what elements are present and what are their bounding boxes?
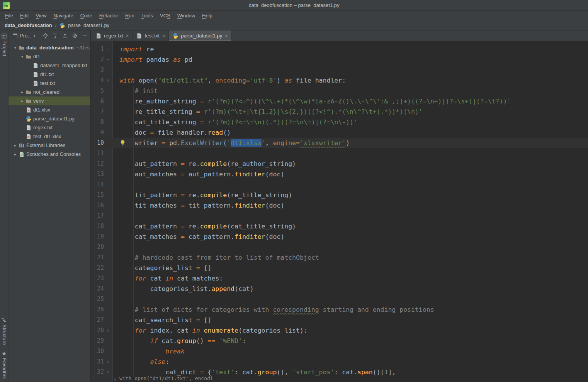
line-number[interactable]: 3 — [91, 65, 104, 75]
code-line-28[interactable]: 28∨ for index, cat in enumerate(categori… — [91, 325, 588, 336]
hide-panel-button[interactable] — [82, 33, 87, 39]
code-line-10[interactable]: 10 writer = pd.ExcelWriter('dt1.xlsx', e… — [91, 138, 588, 148]
collapse-all-button[interactable] — [62, 33, 68, 39]
line-number[interactable]: 31 — [91, 357, 104, 367]
code-text[interactable]: break — [112, 346, 588, 357]
tree-item-dataset1-mapped-txt[interactable]: dataset1_mapped.txt — [8, 61, 90, 70]
menu-item-tools[interactable]: Tools — [138, 12, 156, 20]
code-line-9[interactable]: 9 doc = file_handler.read() — [91, 127, 588, 138]
line-number[interactable]: 30 — [91, 346, 104, 357]
code-line-20[interactable]: 20 — [91, 242, 588, 252]
tool-button-favorites[interactable]: Favorites — [2, 348, 7, 382]
menu-item-refactor[interactable]: Refactor — [96, 12, 122, 20]
code-line-11[interactable]: 11 — [91, 148, 588, 159]
menu-item-code[interactable]: Code — [77, 12, 96, 20]
code-line-30[interactable]: 30 break — [91, 346, 588, 357]
code-text[interactable]: import pandas as pd — [112, 54, 588, 65]
line-number[interactable]: 26 — [91, 304, 104, 315]
code-line-3[interactable]: 3 — [91, 65, 588, 75]
line-number[interactable]: 28 — [91, 325, 104, 336]
line-number[interactable]: 1 — [91, 44, 104, 54]
fold-marker-icon[interactable]: ∨ — [104, 75, 112, 86]
code-line-18[interactable]: 18 cat_pattern = re.compile(cat_title_st… — [91, 221, 588, 232]
chevron-right-icon[interactable]: ▸ — [19, 90, 25, 94]
line-number[interactable]: 17 — [91, 211, 104, 221]
settings-button[interactable] — [72, 33, 78, 39]
code-text[interactable]: aut_pattern = re.compile(re_author_strin… — [112, 159, 588, 169]
line-number[interactable]: 8 — [91, 117, 104, 127]
code-line-23[interactable]: 23 for cat in cat_matches: — [91, 273, 588, 284]
line-number[interactable]: 25 — [91, 294, 104, 304]
tree-item-not-cleared[interactable]: ▸not_cleared — [8, 88, 90, 96]
code-text[interactable]: # list of dicts for categories with core… — [112, 304, 588, 315]
line-number[interactable]: 9 — [91, 127, 104, 138]
tree-item-venv[interactable]: ▸venv — [8, 96, 90, 105]
tree-item-data-deobfuscation[interactable]: ▾data_deobfuscation~/Des — [8, 43, 90, 52]
code-line-1[interactable]: 1−import re — [91, 44, 588, 54]
code-text[interactable]: aut_matches = aut_pattern.finditer(doc) — [112, 169, 588, 179]
menu-item-file[interactable]: File — [2, 12, 17, 20]
chevron-down-icon[interactable]: ▾ — [12, 46, 18, 50]
line-number[interactable]: 11 — [91, 148, 104, 159]
fold-marker-icon[interactable]: − — [104, 54, 112, 65]
line-number[interactable]: 16 — [91, 200, 104, 211]
code-text[interactable]: cat_matches = cat_pattern.finditer(doc) — [112, 232, 588, 242]
menu-item-vcs[interactable]: VCS — [156, 12, 174, 20]
line-number[interactable]: 21 — [91, 252, 104, 263]
code-text[interactable]: re_title_string = r'(?m)(^\t+|\t{1,2}|\s… — [112, 106, 588, 117]
code-line-14[interactable]: 14 — [91, 179, 588, 190]
tree-item-parse-dataset1-py[interactable]: parse_dataset1.py — [8, 114, 90, 123]
code-line-17[interactable]: 17 — [91, 211, 588, 221]
code-line-25[interactable]: 25 — [91, 294, 588, 304]
menu-item-window[interactable]: Window — [174, 12, 199, 20]
code-text[interactable]: cat_title_string = r'(?m)(?<=\=\n)(.*)((… — [112, 117, 588, 127]
code-text[interactable]: for index, cat in enumerate(categories_l… — [112, 325, 588, 336]
code-line-4[interactable]: 4∨with open("dt1/dt1.txt", encoding='utf… — [91, 75, 588, 86]
code-text[interactable]: re_author_string = r'(?m)(?<=^)((\^\.+)*… — [112, 96, 588, 106]
line-number[interactable]: 15 — [91, 190, 104, 200]
code-text[interactable] — [112, 294, 588, 304]
chevron-down-icon[interactable]: ▾ — [19, 54, 25, 59]
code-text[interactable] — [112, 179, 588, 190]
line-number[interactable]: 4 — [91, 75, 104, 86]
fold-marker-icon[interactable]: ∨ — [104, 357, 112, 367]
code-text[interactable]: for cat in cat_matches: — [112, 273, 588, 284]
code-text[interactable]: if cat.group() == '%END': — [112, 336, 588, 346]
code-text[interactable]: categories_list = [] — [112, 263, 588, 273]
code-line-12[interactable]: 12 aut_pattern = re.compile(re_author_st… — [91, 159, 588, 169]
breadcrumb-project[interactable]: data_deobfuscation — [5, 22, 52, 28]
tree-item-scratches-and-consoles[interactable]: ▸Scratches and Consoles — [8, 150, 90, 159]
code-line-16[interactable]: 16 tit_matches = tit_pattern.finditer(do… — [91, 200, 588, 211]
code-text[interactable]: writer = pd.ExcelWriter('dt1.xlsx', engi… — [112, 138, 588, 148]
code-line-6[interactable]: 6 re_author_string = r'(?m)(?<=^)((\^\.+… — [91, 96, 588, 106]
code-text[interactable]: doc = file_handler.read() — [112, 127, 588, 138]
tree-item-dt1[interactable]: ▾dt1 — [8, 52, 90, 61]
tree-item-dt1-txt[interactable]: dt1.txt — [8, 70, 90, 79]
code-line-21[interactable]: 21 # hardcode cast from iter to list of … — [91, 252, 588, 263]
line-number[interactable]: 29 — [91, 336, 104, 346]
line-number[interactable]: 19 — [91, 232, 104, 242]
line-number[interactable]: 13 — [91, 169, 104, 179]
code-line-13[interactable]: 13 aut_matches = aut_pattern.finditer(do… — [91, 169, 588, 179]
editor-code[interactable]: 1−import re2−import pandas as pd34∨with … — [91, 41, 588, 382]
code-line-8[interactable]: 8 cat_title_string = r'(?m)(?<=\=\n)(.*)… — [91, 117, 588, 127]
code-line-27[interactable]: 27 cat_search_list = [] — [91, 315, 588, 325]
fold-marker-icon[interactable]: ∨ — [104, 325, 112, 336]
code-text[interactable]: tit_matches = tit_pattern.finditer(doc) — [112, 200, 588, 211]
code-text[interactable]: else: — [112, 357, 588, 367]
menu-item-edit[interactable]: Edit — [17, 12, 32, 20]
line-number[interactable]: 22 — [91, 263, 104, 273]
tree-item-external-libraries[interactable]: ▸External Libraries — [8, 141, 90, 150]
code-text[interactable]: # hardcode cast from iter to list of mat… — [112, 252, 588, 263]
close-icon[interactable]: × — [126, 33, 129, 39]
code-text[interactable]: # init — [112, 86, 588, 96]
code-text[interactable]: cat_pattern = re.compile(cat_title_strin… — [112, 221, 588, 232]
code-text[interactable]: import re — [112, 44, 588, 54]
close-icon[interactable]: × — [225, 33, 228, 39]
line-number[interactable]: 32 — [91, 367, 104, 377]
fold-marker-icon[interactable]: ∨ — [104, 367, 112, 377]
editor-tab-parse-dataset1-py[interactable]: parse_dataset1.py× — [169, 30, 232, 41]
line-number[interactable]: 2 — [91, 54, 104, 65]
editor-tab-regex-txt[interactable]: regex.txt× — [92, 30, 133, 41]
expand-all-button[interactable] — [53, 33, 58, 39]
